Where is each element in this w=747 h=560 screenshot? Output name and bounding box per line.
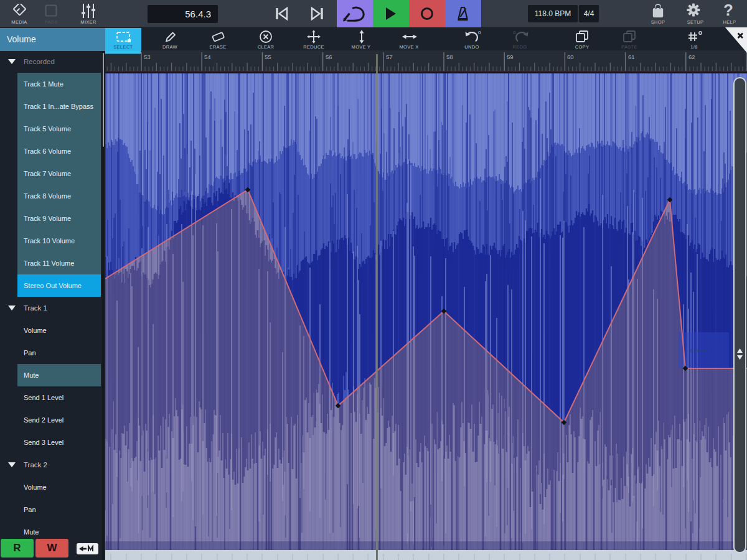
svg-text:54: 54 [204,54,211,60]
svg-text:53: 53 [144,54,151,60]
svg-text:55: 55 [265,54,271,60]
svg-text:61: 61 [628,54,635,60]
svg-text:59: 59 [507,54,514,60]
svg-text:56: 56 [326,54,332,60]
svg-text:62: 62 [688,54,695,60]
svg-text:57: 57 [386,54,393,60]
svg-text:60: 60 [567,54,574,60]
svg-text:0: 0 [513,30,516,35]
svg-text:58: 58 [446,54,453,60]
svg-text:0: 0 [478,30,481,35]
svg-text:-6.20 dB: -6.20 dB [688,348,707,353]
